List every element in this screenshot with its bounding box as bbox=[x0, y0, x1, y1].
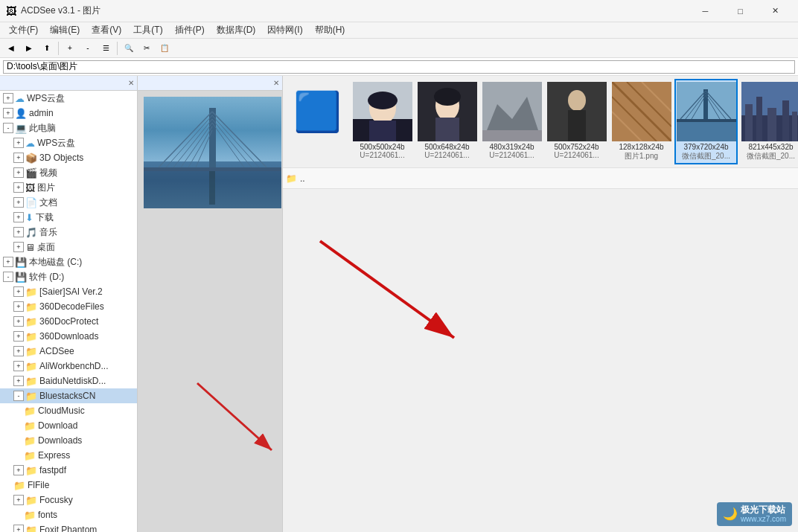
tree-item-express[interactable]: 📁 Express bbox=[0, 448, 137, 463]
address-input[interactable] bbox=[3, 60, 795, 74]
expander-aliworkbench[interactable]: + bbox=[13, 361, 24, 371]
expander-3d-objects[interactable]: + bbox=[13, 153, 24, 163]
panel-close-button[interactable]: ✕ bbox=[128, 79, 134, 87]
up-button[interactable]: ⬆ bbox=[39, 40, 55, 57]
expander-desktop[interactable]: + bbox=[13, 242, 24, 252]
copy-button[interactable]: 📋 bbox=[156, 40, 173, 57]
tree-item-focusky[interactable]: + 📁 Focusky bbox=[0, 493, 137, 507]
tree-item-wps-cloud[interactable]: + ☁ WPS云盘 bbox=[0, 135, 137, 150]
expander-this-pc[interactable]: - bbox=[3, 123, 13, 133]
preview-panel-close[interactable]: ✕ bbox=[273, 79, 279, 87]
expander-fastpdf[interactable]: + bbox=[13, 465, 24, 475]
cut-button[interactable]: ✂ bbox=[138, 40, 155, 57]
menu-view[interactable]: 查看(V) bbox=[86, 22, 127, 38]
tree-item-360docprotect[interactable]: + 📁 360DocProtect bbox=[0, 314, 137, 329]
thumb-item-dark[interactable]: 500x752x24b U=2124061... bbox=[545, 79, 608, 162]
parent-folder-row[interactable]: 📁 .. bbox=[283, 168, 798, 189]
expander-admin[interactable]: + bbox=[3, 108, 13, 118]
tree-item-360downloads[interactable]: + 📁 360Downloads bbox=[0, 329, 137, 344]
tree-item-cloudmusic[interactable]: 📁 CloudMusic bbox=[0, 403, 137, 418]
thumb-item-folder[interactable]: 🟦 bbox=[286, 79, 349, 146]
svg-point-20 bbox=[368, 92, 398, 109]
tree-item-flfile[interactable]: 📁 FlFile bbox=[0, 478, 137, 493]
menu-plugin[interactable]: 插件(P) bbox=[169, 22, 211, 38]
expander-foxit-phantom[interactable]: + bbox=[13, 525, 24, 532]
thumb-item-mountain[interactable]: 480x319x24b U=2124061... bbox=[480, 79, 543, 162]
thumb-item-texture[interactable]: 128x128x24b 图片1.png bbox=[610, 79, 673, 164]
thumb-img-city bbox=[741, 82, 799, 141]
label-download: Download bbox=[38, 420, 77, 431]
expander-focusky[interactable]: + bbox=[13, 495, 24, 505]
tree-item-download[interactable]: 📁 Download bbox=[0, 418, 137, 433]
thumb-item-bridge[interactable]: 379x720x24b 微信截图_20... bbox=[674, 79, 738, 164]
tree-item-fastpdf[interactable]: + 📁 fastpdf bbox=[0, 463, 137, 478]
menu-edit[interactable]: 编辑(E) bbox=[44, 22, 86, 38]
tree-item-wps-cloud-root[interactable]: + ☁ WPS云盘 bbox=[0, 91, 137, 106]
expander-saier-sai[interactable]: + bbox=[13, 286, 24, 297]
thumb-sublabel-portrait1: U=2124061... bbox=[360, 151, 404, 159]
tree-item-360decode[interactable]: + 📁 360DecodeFiles bbox=[0, 299, 137, 314]
back-button[interactable]: ◀ bbox=[3, 40, 19, 57]
expander-baidunetdisk[interactable]: + bbox=[13, 376, 24, 386]
tree-item-saier-sai[interactable]: + 📁 [Saier]SAI Ver.2 bbox=[0, 284, 137, 299]
tree-item-admin[interactable]: + 👤 admin bbox=[0, 106, 137, 121]
tree-item-bluestacks[interactable]: - 📁 BluestacksCN bbox=[0, 388, 137, 403]
tree-item-desktop[interactable]: + 🖥 桌面 bbox=[0, 240, 137, 254]
label-360downloads: 360Downloads bbox=[39, 331, 98, 342]
expander-downloads2[interactable]: + bbox=[13, 212, 24, 222]
tree-item-baidunetdisk[interactable]: + 📁 BaiduNetdiskD... bbox=[0, 374, 137, 388]
tree-item-soft-disk-d[interactable]: - 💾 软件 (D:) bbox=[0, 269, 137, 284]
menu-tools[interactable]: 工具(T) bbox=[127, 22, 168, 38]
label-foxit-phantom: Foxit Phantom bbox=[39, 525, 97, 532]
expander-360downloads[interactable]: + bbox=[13, 331, 24, 342]
icon-pictures: 🖼 bbox=[25, 182, 35, 193]
zoom-out-button[interactable]: - bbox=[80, 40, 96, 57]
view-button[interactable]: ☰ bbox=[98, 40, 114, 57]
minimize-button[interactable]: ─ bbox=[689, 0, 722, 22]
label-downloads2: 下载 bbox=[36, 211, 54, 224]
tree-item-pictures[interactable]: + 🖼 图片 bbox=[0, 180, 137, 195]
expander-video[interactable]: + bbox=[13, 167, 24, 178]
tree-item-music[interactable]: + 🎵 音乐 bbox=[0, 225, 137, 240]
menu-database[interactable]: 数据库(D) bbox=[211, 22, 262, 38]
tree-item-fonts[interactable]: 📁 fonts bbox=[0, 507, 137, 522]
maximize-button[interactable]: □ bbox=[724, 0, 757, 22]
icon-music: 🎵 bbox=[25, 227, 37, 238]
bridge-svg bbox=[144, 97, 281, 208]
menu-help[interactable]: 帮助(H) bbox=[309, 22, 351, 38]
tree-item-downloads2[interactable]: + ⬇ 下载 bbox=[0, 210, 137, 225]
close-button[interactable]: ✕ bbox=[759, 0, 792, 22]
tree-item-video[interactable]: + 🎬 视频 bbox=[0, 165, 137, 180]
expander-bluestacks[interactable]: - bbox=[13, 391, 24, 401]
menu-inet[interactable]: 因特网(I) bbox=[261, 22, 308, 38]
label-desktop: 桌面 bbox=[37, 241, 55, 254]
thumbnails-panel: 🟦 500x500x24b U=21 bbox=[283, 76, 798, 532]
search-button[interactable]: 🔍 bbox=[121, 40, 137, 57]
tree-item-acdsee[interactable]: + 📁 ACDSee bbox=[0, 344, 137, 359]
expander-360docprotect[interactable]: + bbox=[13, 316, 24, 327]
thumb-item-city[interactable]: 821x445x32b 微信截图_20... bbox=[739, 79, 798, 164]
thumb-item-portrait2[interactable]: 500x648x24b U=2124061... bbox=[415, 79, 479, 162]
tree-item-downloads[interactable]: 📁 Downloads bbox=[0, 433, 137, 448]
tree-item-foxit-phantom[interactable]: + 📁 Foxit Phantom bbox=[0, 522, 137, 532]
thumb-item-portrait1[interactable]: 500x500x24b U=2124061... bbox=[351, 79, 414, 162]
expander-wps-cloud[interactable]: + bbox=[13, 138, 24, 148]
expander-soft-disk-d[interactable]: - bbox=[3, 272, 13, 282]
tree-item-3d-objects[interactable]: + 📦 3D Objects bbox=[0, 150, 137, 165]
expander-360decode[interactable]: + bbox=[13, 301, 24, 312]
tree-item-this-pc[interactable]: - 💻 此电脑 bbox=[0, 121, 137, 135]
menu-file[interactable]: 文件(F) bbox=[3, 22, 44, 38]
tree-item-aliworkbench[interactable]: + 📁 AliWorkbenchD... bbox=[0, 359, 137, 374]
thumb-sublabel-mountain: U=2124061... bbox=[489, 151, 534, 159]
tree-item-docs[interactable]: + 📄 文档 bbox=[0, 195, 137, 210]
expander-music[interactable]: + bbox=[13, 227, 24, 237]
expander-acdsee[interactable]: + bbox=[13, 346, 24, 356]
zoom-in-button[interactable]: + bbox=[62, 40, 78, 57]
tree-item-local-disk-c[interactable]: + 💾 本地磁盘 (C:) bbox=[0, 254, 137, 269]
icon-baidunetdisk: 📁 bbox=[25, 376, 37, 387]
forward-button[interactable]: ▶ bbox=[21, 40, 37, 57]
expander-docs[interactable]: + bbox=[13, 197, 24, 208]
expander-pictures[interactable]: + bbox=[13, 182, 24, 193]
expander-local-disk-c[interactable]: + bbox=[3, 257, 13, 267]
expander-wps-cloud-root[interactable]: + bbox=[3, 93, 13, 103]
